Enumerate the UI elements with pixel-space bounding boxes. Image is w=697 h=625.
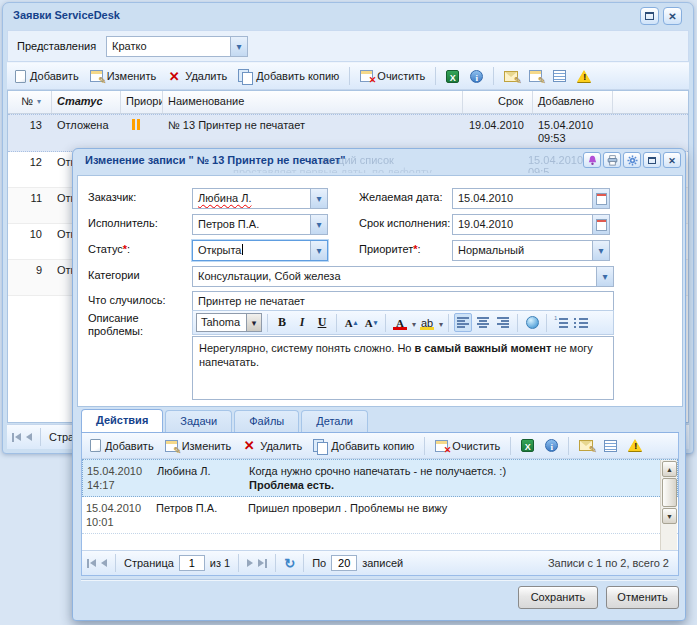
executor-select[interactable]: Петров П.А. (192, 214, 328, 235)
chevron-down-icon[interactable] (310, 189, 327, 208)
warning-button[interactable] (573, 68, 596, 85)
customer-select[interactable]: Любина Л. (192, 188, 328, 209)
align-right-icon (497, 317, 509, 328)
chevron-down-icon[interactable] (592, 241, 609, 260)
tab-files[interactable]: Файлы (234, 410, 299, 433)
refresh-icon[interactable] (284, 556, 295, 571)
save-button[interactable]: Сохранить (518, 586, 598, 609)
notify-button[interactable] (583, 152, 601, 168)
align-center-button[interactable] (474, 313, 492, 332)
action-list-view-button[interactable] (600, 438, 621, 454)
chevron-down-icon[interactable] (411, 317, 416, 329)
underline-button[interactable]: U (313, 313, 331, 332)
tab-actions[interactable]: Действия (81, 409, 163, 433)
font-select[interactable]: Tahoma (196, 313, 262, 332)
font-color-button[interactable]: A (391, 313, 409, 332)
export-excel-button[interactable] (442, 68, 463, 85)
action-form-button[interactable] (575, 438, 597, 453)
column-header-status[interactable]: Статус (52, 91, 121, 113)
calendar-icon[interactable] (592, 189, 609, 208)
maximize-button[interactable] (640, 7, 659, 25)
column-header-due[interactable]: Срок (463, 91, 533, 113)
chevron-down-icon[interactable] (438, 317, 443, 329)
text-cursor (242, 244, 243, 255)
clear-button[interactable]: Очистить (356, 68, 429, 84)
tab-details[interactable]: Детали (301, 410, 368, 433)
align-right-button[interactable] (494, 313, 512, 332)
align-left-button[interactable] (454, 313, 472, 332)
ordered-list-button[interactable] (552, 313, 570, 332)
bold-button[interactable]: B (273, 313, 291, 332)
chevron-down-icon[interactable] (310, 215, 327, 234)
first-page-button[interactable] (12, 433, 21, 442)
column-header-added[interactable]: Добавлено (533, 91, 613, 113)
status-label: Статус*: (88, 243, 130, 255)
decrease-font-button[interactable]: A (362, 313, 380, 332)
desired-date-field[interactable]: 15.04.2010 (452, 188, 610, 209)
action-delete-button[interactable]: Удалить (238, 437, 306, 454)
form-button[interactable] (500, 69, 522, 84)
action-add-copy-button[interactable]: Добавить копию (309, 437, 418, 455)
ghost-date: 15.04.2010 (528, 154, 583, 166)
highlight-button[interactable]: ab (418, 313, 436, 332)
chevron-down-icon[interactable] (310, 241, 327, 260)
italic-button[interactable]: I (293, 313, 311, 332)
settings-button[interactable] (623, 152, 641, 168)
edit-icon (165, 440, 178, 452)
dialog-maximize-button[interactable] (643, 152, 661, 168)
info-button[interactable] (466, 68, 487, 85)
column-header-priority[interactable]: Приори (121, 91, 163, 113)
views-select[interactable]: Кратко (106, 36, 248, 57)
first-page-button[interactable] (87, 559, 96, 568)
warning-icon (628, 439, 643, 452)
column-header-num[interactable]: № (8, 91, 52, 113)
per-page-input[interactable] (331, 555, 357, 571)
list-icon (553, 70, 566, 82)
action-warning-button[interactable] (624, 437, 647, 454)
chevron-down-icon[interactable] (596, 267, 613, 286)
column-header-name[interactable]: Наименование (163, 91, 463, 113)
table-row[interactable]: 13 Отложена № 13 Принтер не печатает 19.… (8, 114, 688, 152)
categories-select[interactable]: Консультации, Сбой железа (192, 266, 614, 287)
due-date-field[interactable]: 19.04.2010 (452, 214, 610, 235)
dialog-close-button[interactable] (663, 152, 681, 168)
delete-button[interactable]: Удалить (163, 68, 231, 85)
link-button[interactable] (523, 313, 541, 332)
list-view-button[interactable] (549, 68, 570, 84)
list-item[interactable]: 15.04.201010:01 Петров П.А. Пришел прове… (82, 497, 678, 534)
status-select[interactable]: Открыта (192, 240, 328, 261)
page-input[interactable] (179, 555, 205, 571)
chevron-down-icon[interactable] (230, 37, 247, 56)
cancel-button[interactable]: Отменить (606, 586, 679, 609)
excel-icon (521, 439, 534, 452)
unordered-list-button[interactable] (572, 313, 590, 332)
scroll-up-button[interactable] (662, 461, 677, 477)
prev-page-button[interactable] (101, 559, 107, 567)
edit-grid-button[interactable] (525, 68, 546, 84)
last-page-button[interactable] (258, 559, 267, 568)
action-edit-button[interactable]: Изменить (161, 438, 236, 454)
add-button[interactable]: Добавить (11, 68, 83, 85)
edit-icon (90, 70, 103, 82)
print-button[interactable] (603, 152, 621, 168)
list-item[interactable]: 15.04.201014:17 Любина Л. Когда нужно ср… (82, 459, 678, 497)
scrollbar-thumb[interactable] (662, 478, 677, 507)
edit-button[interactable]: Изменить (86, 68, 161, 84)
action-clear-button[interactable]: Очистить (431, 438, 504, 454)
next-page-button[interactable] (247, 559, 253, 567)
close-button[interactable] (663, 7, 682, 25)
priority-select[interactable]: Нормальный (452, 240, 610, 261)
description-editor[interactable]: Нерегулярно, систему понять сложно. Но в… (192, 336, 614, 400)
page-of-label: из 1 (210, 557, 230, 569)
prev-page-button[interactable] (26, 433, 32, 441)
what-happened-input[interactable]: Принтер не печатает (192, 291, 614, 312)
scroll-down-button[interactable] (662, 508, 677, 524)
action-export-excel-button[interactable] (517, 437, 538, 454)
calendar-icon[interactable] (592, 215, 609, 234)
vertical-scrollbar[interactable] (660, 460, 677, 550)
action-add-button[interactable]: Добавить (86, 437, 158, 454)
increase-font-button[interactable]: A (342, 313, 360, 332)
tab-tasks[interactable]: Задачи (165, 410, 232, 433)
add-copy-button[interactable]: Добавить копию (234, 67, 343, 85)
action-info-button[interactable] (541, 437, 562, 454)
